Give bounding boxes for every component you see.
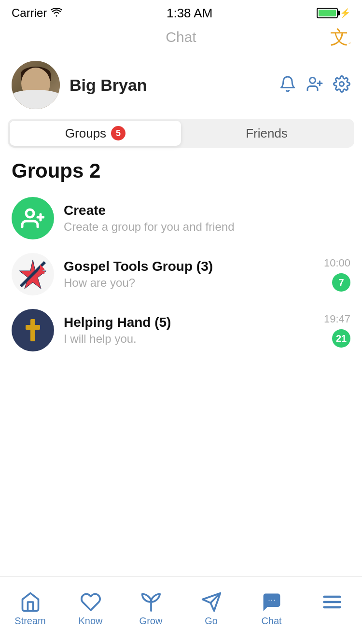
create-group-item[interactable]: Create Create a group for you and friend xyxy=(0,190,362,246)
nav-grow-label: Grow xyxy=(139,616,163,627)
svg-text:文A: 文A xyxy=(330,27,350,47)
nav-go-label: Go xyxy=(205,616,218,627)
helping-hand-time: 19:47 xyxy=(324,313,350,325)
helping-hand-badge: 21 xyxy=(332,329,350,348)
create-group-content: Create Create a group for you and friend xyxy=(64,203,350,234)
wifi-icon xyxy=(51,6,62,20)
svg-point-5 xyxy=(26,210,34,217)
helping-hand-meta: 19:47 21 xyxy=(324,313,350,348)
nav-item-grow[interactable]: Grow xyxy=(121,591,181,627)
status-bar: Carrier 1:38 AM ⚡ xyxy=(0,0,362,24)
nav-item-chat[interactable]: Chat xyxy=(241,591,302,627)
translate-button[interactable]: 文A xyxy=(329,26,350,52)
tabs-container: Groups 5 Friends xyxy=(8,119,354,148)
nav-know-label: Know xyxy=(78,616,102,627)
svg-point-4 xyxy=(340,82,344,86)
helping-hand-item[interactable]: Helping Hand (5) I will help you. 19:47 … xyxy=(0,302,362,358)
avatar xyxy=(12,61,60,109)
profile-name: Big Bryan xyxy=(70,76,269,95)
create-group-avatar xyxy=(12,197,54,239)
gospel-tools-meta: 10:00 7 xyxy=(324,257,350,292)
nav-item-menu[interactable]: Menu xyxy=(302,591,362,627)
tab-friends[interactable]: Friends xyxy=(181,121,352,146)
nav-chat-label: Chat xyxy=(261,616,281,627)
gospel-tools-item[interactable]: Gospel Tools Group (3) How are you? 10:0… xyxy=(0,246,362,302)
helping-hand-avatar xyxy=(12,309,54,351)
profile-actions xyxy=(279,75,350,95)
nav-item-go[interactable]: Go xyxy=(181,591,241,627)
svg-point-1 xyxy=(310,78,316,84)
nav-item-stream[interactable]: Stream xyxy=(0,591,60,627)
add-user-button[interactable] xyxy=(306,75,323,95)
gospel-tools-badge: 7 xyxy=(332,273,350,292)
gospel-tools-name: Gospel Tools Group (3) xyxy=(64,259,314,274)
gospel-tools-message: How are you? xyxy=(64,276,314,290)
bell-button[interactable] xyxy=(279,75,296,95)
gospel-tools-content: Gospel Tools Group (3) How are you? xyxy=(64,259,314,290)
gospel-tools-time: 10:00 xyxy=(324,257,350,269)
create-group-subtitle: Create a group for you and friend xyxy=(64,220,350,234)
page-header: Chat 文A xyxy=(0,24,362,53)
groups-badge: 5 xyxy=(111,126,125,140)
bottom-nav: Stream Know Grow Go Chat xyxy=(0,576,362,644)
helping-hand-name: Helping Hand (5) xyxy=(64,315,314,330)
helping-hand-content: Helping Hand (5) I will help you. xyxy=(64,315,314,346)
svg-point-11 xyxy=(268,600,270,602)
time-display: 1:38 AM xyxy=(167,6,212,21)
settings-button[interactable] xyxy=(333,75,350,95)
helping-hand-message: I will help you. xyxy=(64,332,314,346)
create-group-title: Create xyxy=(64,203,350,218)
groups-heading: Groups 2 xyxy=(0,148,362,190)
cross-icon xyxy=(26,319,40,341)
nav-item-know[interactable]: Know xyxy=(60,591,121,627)
svg-point-13 xyxy=(273,600,275,602)
nav-stream-label: Stream xyxy=(14,616,45,627)
carrier-text: Carrier xyxy=(12,6,62,20)
svg-point-12 xyxy=(271,600,273,602)
gospel-tools-avatar xyxy=(12,253,54,295)
battery-indicator: ⚡ xyxy=(317,8,350,18)
page-title: Chat xyxy=(166,29,196,45)
tab-groups[interactable]: Groups 5 xyxy=(10,121,181,146)
profile-section: Big Bryan xyxy=(0,53,362,119)
